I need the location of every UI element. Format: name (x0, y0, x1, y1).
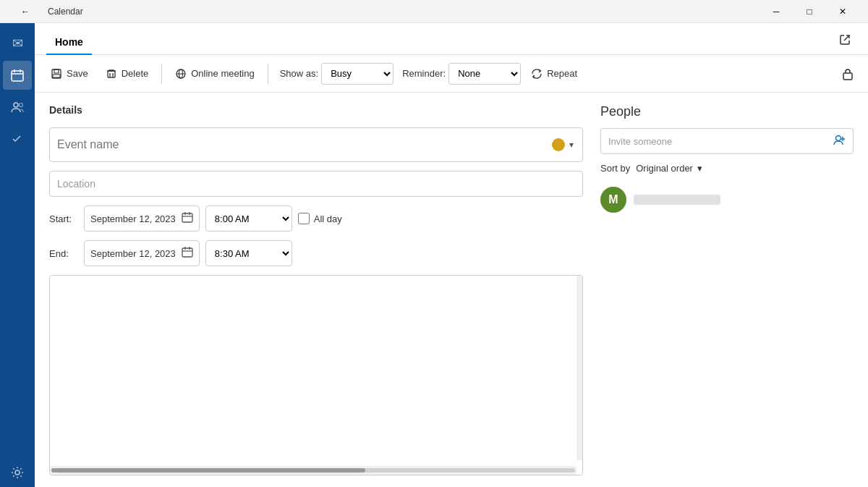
end-date-field[interactable]: September 12, 2023 (84, 240, 200, 266)
svg-rect-0 (12, 71, 23, 81)
online-meeting-button[interactable]: Online meeting (168, 61, 261, 87)
svg-rect-15 (843, 73, 852, 80)
mail-icon: ✉ (12, 35, 23, 51)
settings-icon (10, 465, 25, 480)
calendar-icon (10, 68, 25, 82)
details-panel: Details ▾ Start: September 12, 2023 (49, 104, 583, 475)
start-date-field[interactable]: September 12, 2023 (84, 206, 200, 232)
end-datetime-row: End: September 12, 2023 (49, 240, 583, 266)
end-calendar-icon[interactable] (182, 246, 193, 261)
sidebar-item-tasks[interactable] (3, 124, 32, 153)
allday-label: All day (314, 213, 342, 224)
sidebar-item-settings[interactable] (3, 458, 32, 487)
location-input[interactable] (49, 171, 583, 197)
toolbar-divider-1 (161, 64, 162, 84)
reminder-label: Reminder: (402, 68, 446, 79)
people-title: People (600, 104, 854, 119)
close-button[interactable]: ✕ (826, 0, 859, 23)
svg-line-7 (844, 35, 849, 41)
invite-person-icon[interactable] (833, 133, 846, 149)
sidebar-item-calendar[interactable] (3, 61, 32, 90)
sidebar: ✉ (0, 23, 35, 487)
svg-point-24 (836, 136, 841, 141)
people-icon (10, 100, 25, 114)
avatar: M (600, 187, 626, 213)
start-label: Start: (49, 213, 78, 224)
reminder-select[interactable]: None (448, 63, 521, 85)
start-time-select[interactable]: 8:00 AM 8:30 AM 9:00 AM (205, 206, 292, 232)
hscroll-thumb (51, 468, 365, 473)
open-in-window-icon (839, 34, 851, 46)
notes-area (49, 275, 583, 475)
sort-value: Original order (636, 163, 693, 174)
start-datetime-row: Start: September 12, 2023 (49, 206, 583, 232)
svg-point-6 (15, 470, 20, 475)
delete-button[interactable]: Delete (98, 61, 156, 87)
title-bar: ← Calendar ─ □ ✕ (0, 0, 868, 23)
lock-button[interactable] (836, 62, 859, 85)
toolbar-divider-2 (268, 64, 268, 84)
svg-point-4 (14, 103, 18, 107)
person-item: M (600, 182, 854, 217)
people-panel: People Sort by (600, 104, 854, 475)
end-time-select[interactable]: 8:30 AM 9:00 AM 9:30 AM (205, 240, 292, 266)
svg-point-5 (20, 103, 23, 107)
online-meeting-icon (175, 68, 187, 80)
people-list: M (600, 182, 854, 217)
svg-rect-9 (54, 69, 59, 73)
start-date-text: September 12, 2023 (90, 213, 176, 224)
title-bar-left: ← Calendar (9, 0, 83, 23)
maximize-button[interactable]: □ (793, 0, 826, 23)
svg-rect-10 (53, 75, 60, 77)
event-name-input[interactable] (57, 138, 552, 151)
sort-select-button[interactable]: Original order ▾ (636, 163, 702, 174)
show-as-select[interactable]: Busy (321, 63, 393, 85)
sort-label: Sort by (600, 163, 630, 174)
window-controls: ─ □ ✕ (760, 0, 859, 23)
show-as-label: Show as: (280, 68, 318, 79)
back-button[interactable]: ← (9, 0, 42, 23)
main-content: Details ▾ Start: September 12, 2023 (35, 93, 868, 487)
notes-scrollbar[interactable] (576, 276, 582, 460)
sidebar-item-mail[interactable]: ✉ (3, 29, 32, 58)
tab-home[interactable]: Home (46, 30, 92, 55)
invite-input[interactable] (608, 136, 833, 147)
svg-rect-8 (52, 69, 61, 78)
sort-chevron-icon: ▾ (697, 163, 702, 174)
app-title: Calendar (48, 7, 83, 17)
lock-icon (841, 67, 854, 80)
repeat-button[interactable]: Repeat (524, 61, 584, 87)
end-label: End: (49, 248, 78, 259)
app-body: ✉ (0, 23, 868, 487)
svg-rect-16 (182, 213, 192, 222)
toolbar: Save Delete Online meeting (35, 55, 868, 93)
open-in-window-button[interactable] (833, 28, 856, 51)
repeat-icon (531, 68, 542, 80)
end-date-text: September 12, 2023 (90, 248, 176, 259)
svg-rect-20 (182, 248, 192, 257)
notes-textarea[interactable] (50, 276, 582, 475)
event-name-row: ▾ (49, 127, 583, 162)
person-name (634, 195, 720, 205)
allday-checkbox[interactable] (298, 213, 310, 224)
color-chevron-button[interactable]: ▾ (568, 140, 575, 150)
notes-hscrollbar[interactable] (50, 466, 576, 475)
hscroll-track (51, 468, 575, 473)
delete-icon (106, 68, 117, 80)
invite-row (600, 128, 854, 154)
sort-row: Sort by Original order ▾ (600, 163, 854, 174)
content-area: Home Save (35, 23, 868, 487)
tasks-icon (10, 132, 25, 146)
sidebar-item-people[interactable] (3, 93, 32, 122)
start-calendar-icon[interactable] (182, 211, 193, 226)
color-dot[interactable] (552, 138, 565, 151)
allday-row: All day (298, 213, 342, 224)
save-button[interactable]: Save (43, 61, 95, 87)
minimize-button[interactable]: ─ (760, 0, 793, 23)
tab-bar: Home (35, 23, 868, 55)
save-icon (51, 68, 62, 80)
svg-rect-11 (108, 71, 115, 77)
details-title: Details (49, 104, 583, 116)
